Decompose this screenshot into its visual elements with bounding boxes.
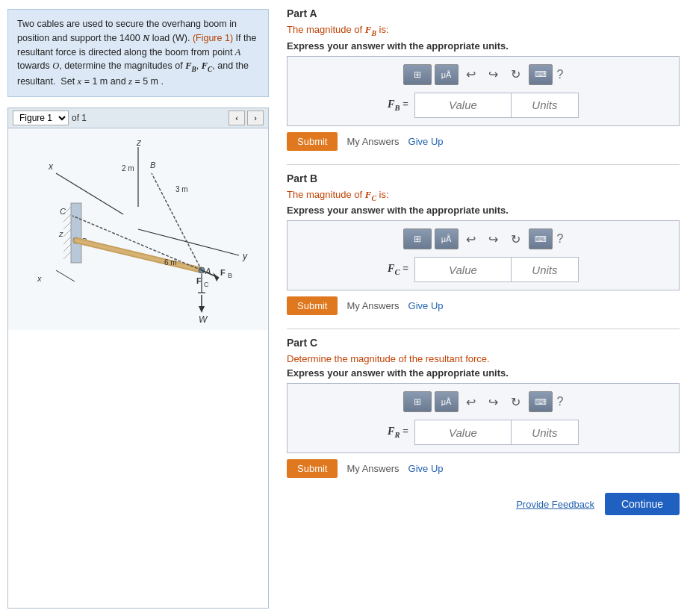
- part-a-value-input[interactable]: [414, 93, 512, 118]
- provide-feedback-link[interactable]: Provide Feedback: [516, 499, 594, 510]
- figure-prev-button[interactable]: ‹: [229, 111, 245, 125]
- part-c-refresh-btn[interactable]: ↻: [506, 391, 526, 412]
- grid-icon-b: ⊞: [414, 234, 421, 244]
- svg-text:z: z: [58, 229, 63, 238]
- svg-text:3 m: 3 m: [175, 185, 188, 193]
- divider-bc: [287, 329, 680, 329]
- part-a-my-answers-link[interactable]: My Answers: [346, 136, 399, 147]
- part-a-mu-btn[interactable]: μÅ: [435, 64, 459, 85]
- figure-of-label: of 1: [72, 113, 87, 123]
- fb-label: FB: [185, 60, 196, 71]
- svg-text:x: x: [48, 161, 54, 172]
- part-a-undo-btn[interactable]: ↩: [462, 64, 481, 85]
- point-o: O: [52, 60, 59, 71]
- svg-text:F: F: [196, 276, 202, 285]
- part-b-grid-btn[interactable]: ⊞: [403, 228, 432, 249]
- part-a-units-input[interactable]: [512, 93, 579, 118]
- grid-icon-c: ⊞: [414, 396, 421, 407]
- part-c-undo-btn[interactable]: ↩: [462, 391, 481, 412]
- fc-label: FC: [202, 60, 213, 71]
- part-b-answer-box: ⊞ μÅ ↩ ↪ ↻ ⌨ ? FC =: [287, 220, 680, 290]
- load-unit: N: [143, 33, 149, 43]
- part-c-instruction: Express your answer with the appropriate…: [287, 367, 680, 379]
- part-b-give-up-link[interactable]: Give Up: [408, 300, 444, 311]
- figure-image-area: z x y: [8, 128, 268, 330]
- part-c-redo-btn[interactable]: ↪: [484, 391, 503, 412]
- svg-text:B: B: [228, 272, 232, 279]
- figure-svg: z x y: [19, 132, 258, 326]
- part-c-title: Part C: [287, 337, 680, 349]
- svg-text:y: y: [242, 251, 248, 261]
- part-a-grid-btn[interactable]: ⊞: [403, 64, 432, 85]
- part-b-toolbar: ⊞ μÅ ↩ ↪ ↻ ⌨ ?: [298, 228, 668, 249]
- svg-text:C: C: [204, 281, 209, 288]
- x-val: x: [78, 76, 82, 87]
- part-a-refresh-btn[interactable]: ↻: [506, 64, 526, 85]
- bottom-row: Provide Feedback Continue: [287, 493, 680, 515]
- part-a-input-row: FB =: [298, 93, 668, 118]
- part-a-instruction: Express your answer with the appropriate…: [287, 40, 680, 52]
- part-a-give-up-link[interactable]: Give Up: [408, 136, 444, 147]
- keyboard-icon: ⌨: [535, 69, 547, 79]
- part-b-submit-button[interactable]: Submit: [287, 296, 338, 315]
- part-c-mu-btn[interactable]: μÅ: [435, 391, 459, 412]
- part-c-question: Determine the magnitude of the resultant…: [287, 353, 680, 364]
- part-c-value-input[interactable]: [414, 420, 512, 445]
- figure-next-button[interactable]: ›: [247, 111, 264, 125]
- svg-text:z: z: [136, 137, 142, 148]
- part-a-submit-row: Submit My Answers Give Up: [287, 132, 680, 151]
- part-c-submit-button[interactable]: Submit: [287, 459, 338, 478]
- point-a: A: [235, 47, 241, 57]
- part-a-toolbar: ⊞ μÅ ↩ ↪ ↻ ⌨ ?: [298, 64, 668, 85]
- svg-text:B: B: [150, 161, 155, 169]
- figure-header: Figure 1 of 1 ‹ ›: [8, 108, 268, 128]
- part-b-undo-btn[interactable]: ↩: [462, 228, 481, 249]
- part-b-instruction: Express your answer with the appropriate…: [287, 205, 680, 216]
- part-c-help-icon[interactable]: ?: [557, 395, 564, 408]
- keyboard-icon-c: ⌨: [535, 397, 547, 407]
- part-a-submit-button[interactable]: Submit: [287, 132, 338, 151]
- problem-text: Two cables are used to secure the overha…: [7, 9, 269, 97]
- part-a-title: Part A: [287, 7, 680, 19]
- continue-button[interactable]: Continue: [605, 493, 680, 515]
- left-panel: Two cables are used to secure the overha…: [0, 0, 276, 616]
- figure-panel: Figure 1 of 1 ‹ › z x y: [7, 108, 269, 609]
- part-c-my-answers-link[interactable]: My Answers: [346, 463, 399, 474]
- part-a-section: Part A The magnitude of FB is: Express y…: [287, 7, 680, 151]
- figure-link[interactable]: (Figure 1): [193, 33, 233, 43]
- part-b-submit-row: Submit My Answers Give Up: [287, 296, 680, 315]
- figure-select[interactable]: Figure 1: [13, 111, 69, 125]
- part-b-refresh-btn[interactable]: ↻: [506, 228, 526, 249]
- part-b-value-input[interactable]: [414, 257, 512, 282]
- z-val: z: [128, 76, 132, 87]
- part-b-my-answers-link[interactable]: My Answers: [346, 300, 399, 311]
- mu-icon: μÅ: [441, 70, 452, 79]
- part-c-toolbar: ⊞ μÅ ↩ ↪ ↻ ⌨ ?: [298, 391, 668, 412]
- part-b-keyboard-btn[interactable]: ⌨: [529, 228, 553, 249]
- part-b-redo-btn[interactable]: ↪: [484, 228, 503, 249]
- part-c-section: Part C Determine the magnitude of the re…: [287, 337, 680, 478]
- svg-text:6 m: 6 m: [164, 258, 177, 267]
- part-c-submit-row: Submit My Answers Give Up: [287, 459, 680, 478]
- svg-text:2 m: 2 m: [122, 164, 134, 172]
- part-b-units-input[interactable]: [512, 257, 579, 282]
- mu-icon-b: μÅ: [441, 234, 452, 243]
- svg-text:F: F: [220, 268, 226, 277]
- part-a-label: FB =: [388, 99, 408, 112]
- part-c-label: FR =: [388, 426, 408, 439]
- part-a-keyboard-btn[interactable]: ⌨: [529, 64, 553, 85]
- part-a-redo-btn[interactable]: ↪: [484, 64, 503, 85]
- part-b-help-icon[interactable]: ?: [557, 232, 564, 246]
- part-c-give-up-link[interactable]: Give Up: [408, 463, 444, 474]
- part-c-grid-btn[interactable]: ⊞: [403, 391, 432, 412]
- part-b-input-row: FC =: [298, 257, 668, 282]
- part-c-answer-box: ⊞ μÅ ↩ ↪ ↻ ⌨ ? FR =: [287, 383, 680, 453]
- part-c-keyboard-btn[interactable]: ⌨: [529, 391, 553, 412]
- svg-text:W: W: [199, 314, 208, 325]
- part-a-answer-box: ⊞ μÅ ↩ ↪ ↻ ⌨ ? FB =: [287, 56, 680, 126]
- part-c-units-input[interactable]: [512, 420, 579, 445]
- part-b-mu-btn[interactable]: μÅ: [435, 228, 459, 249]
- part-b-question: The magnitude of FC is:: [287, 189, 680, 202]
- right-panel: Part A The magnitude of FB is: Express y…: [276, 0, 693, 616]
- part-a-help-icon[interactable]: ?: [557, 68, 564, 81]
